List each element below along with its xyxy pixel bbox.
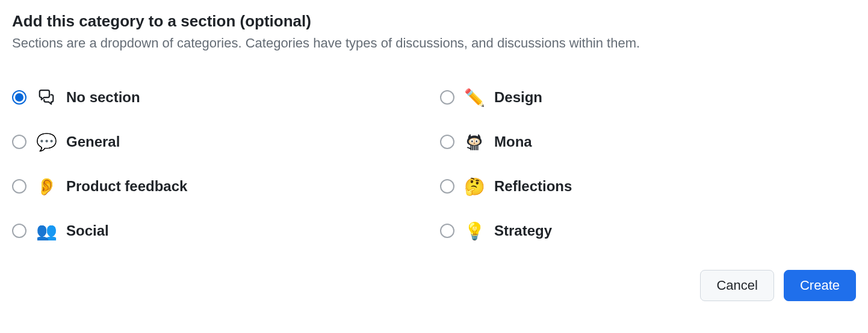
option-label: Strategy (494, 222, 552, 239)
pencil-icon: ✏️ (464, 87, 485, 108)
speech-balloon-icon: 💬 (36, 132, 57, 152)
option-mona[interactable]: Mona (440, 120, 856, 164)
radio-input[interactable] (12, 135, 26, 149)
octocat-icon (464, 132, 485, 152)
option-product-feedback[interactable]: 👂 Product feedback (12, 164, 428, 209)
radio-input[interactable] (440, 224, 454, 238)
radio-input[interactable] (12, 90, 26, 105)
radio-input[interactable] (12, 224, 26, 238)
option-label: General (66, 133, 120, 150)
section-subheading: Sections are a dropdown of categories. C… (12, 35, 856, 51)
radio-input[interactable] (440, 135, 454, 149)
section-options: No section ✏️ Design 💬 General (12, 75, 856, 253)
svg-point-5 (474, 143, 475, 144)
radio-input[interactable] (12, 179, 26, 194)
radio-input[interactable] (440, 179, 454, 194)
people-icon: 👥 (36, 221, 57, 241)
option-general[interactable]: 💬 General (12, 120, 428, 164)
svg-point-0 (469, 138, 480, 145)
dialog-footer: Cancel Create (12, 270, 856, 301)
option-label: No section (66, 89, 140, 106)
section-heading: Add this category to a section (optional… (12, 12, 856, 31)
option-strategy[interactable]: 💡 Strategy (440, 209, 856, 253)
option-label: Design (494, 89, 542, 106)
thinking-face-icon: 🤔 (464, 176, 485, 197)
ear-icon: 👂 (36, 176, 57, 197)
cancel-button[interactable]: Cancel (700, 270, 773, 301)
option-no-section[interactable]: No section (12, 75, 428, 120)
svg-point-3 (471, 140, 473, 142)
option-reflections[interactable]: 🤔 Reflections (440, 164, 856, 209)
discussion-icon (36, 87, 57, 108)
option-label: Reflections (494, 178, 572, 195)
option-social[interactable]: 👥 Social (12, 209, 428, 253)
create-button[interactable]: Create (784, 270, 856, 301)
option-label: Social (66, 222, 109, 239)
option-design[interactable]: ✏️ Design (440, 75, 856, 120)
svg-point-4 (476, 140, 477, 142)
light-bulb-icon: 💡 (464, 221, 485, 241)
option-label: Mona (494, 133, 532, 150)
radio-input[interactable] (440, 90, 454, 105)
option-label: Product feedback (66, 178, 187, 195)
